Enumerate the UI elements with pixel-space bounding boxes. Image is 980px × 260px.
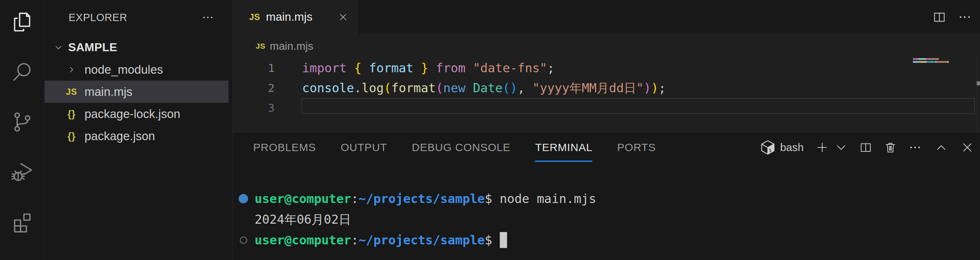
js-file-icon: JS (249, 12, 260, 22)
run-debug-icon (10, 160, 34, 184)
json-badge: {} (65, 108, 78, 120)
tree-item-label: main.mjs (84, 85, 132, 99)
code-line-text: console.log(format(new Date(), "yyyy年MM月… (302, 78, 666, 98)
editor-actions (932, 0, 980, 34)
activity-files-icon[interactable] (9, 9, 35, 35)
section-sample[interactable]: SAMPLE (45, 36, 232, 59)
terminal-line-text: 2024年06月02日 (255, 212, 351, 227)
tree-item-main.mjs[interactable]: JSmain.mjs (45, 81, 229, 103)
chevron-down-icon (54, 43, 63, 52)
tab-label: main.mjs (266, 10, 312, 24)
more-icon[interactable] (958, 10, 972, 24)
command-decoration-success[interactable] (239, 194, 248, 203)
activity-extensions-icon[interactable] (9, 209, 35, 235)
command-decoration-pending[interactable] (240, 236, 247, 244)
tab-main-mjs[interactable]: JS main.mjs (233, 0, 358, 34)
terminal-line: user@computer:~/projects/sample$ (233, 230, 980, 250)
activity-search-icon[interactable] (9, 59, 35, 85)
js-badge: JS (65, 87, 78, 97)
line-number: 2 (233, 78, 275, 98)
vscode-window: EXPLORER SAMPLE node_modulesJSmain.mjs{}… (0, 0, 980, 260)
terminal-line: 2024年06月02日 (233, 209, 980, 230)
code-line-2: 2console.log(format(new Date(), "yyyy年MM… (233, 78, 980, 98)
sidebar-explorer: EXPLORER SAMPLE node_modulesJSmain.mjs{}… (45, 0, 233, 260)
tree-item-node_modules[interactable]: node_modules (45, 59, 229, 81)
breadcrumb[interactable]: JS main.mjs (233, 34, 980, 58)
tab-bar: JS main.mjs (233, 0, 980, 34)
search-icon (10, 60, 34, 84)
tree-item-label: package.json (84, 129, 155, 143)
code-line-3: 3 (233, 98, 980, 118)
files-icon (10, 10, 34, 34)
sidebar-title: EXPLORER (68, 12, 201, 24)
section-label: SAMPLE (68, 41, 117, 54)
json-badge: {} (65, 130, 78, 142)
tree-item-label: package-lock.json (84, 107, 180, 121)
code-line-1: 1import { format } from "date-fns"; (233, 58, 980, 78)
terminal-cursor (500, 232, 507, 248)
extensions-icon (10, 210, 34, 234)
file-tree: node_modulesJSmain.mjs{}package-lock.jso… (45, 59, 232, 147)
ellipsis-icon[interactable] (201, 11, 214, 24)
line-number: 3 (233, 98, 275, 118)
activity-bar (0, 0, 45, 260)
js-file-icon: JS (256, 42, 266, 51)
source-control-icon (10, 110, 34, 134)
tree-item-package-lock.json[interactable]: {}package-lock.json (45, 103, 229, 125)
code-line-text: import { format } from "date-fns"; (302, 58, 555, 78)
activity-run-debug-icon[interactable] (9, 159, 35, 185)
tree-item-package.json[interactable]: {}package.json (45, 125, 229, 147)
terminal[interactable]: user@computer:~/projects/sample$ node ma… (233, 132, 980, 260)
sidebar-header: EXPLORER (45, 0, 232, 35)
editor-group: JS main.mjs JS main.mjs 1import { format… (233, 0, 980, 260)
line-number: 1 (233, 58, 275, 78)
code-editor[interactable]: 1import { format } from "date-fns";2cons… (233, 58, 980, 132)
close-icon[interactable] (338, 12, 348, 22)
bottom-panel: PROBLEMSOUTPUTDEBUG CONSOLETERMINALPORTS… (233, 132, 980, 260)
breadcrumb-label: main.mjs (270, 40, 313, 52)
split-editor-icon[interactable] (932, 10, 947, 24)
chevron-right-icon (65, 65, 78, 74)
activity-source-control-icon[interactable] (9, 109, 35, 135)
terminal-line-text: user@computer:~/projects/sample$ node ma… (255, 191, 596, 206)
terminal-line-text: user@computer:~/projects/sample$ (255, 233, 507, 247)
tree-item-label: node_modules (84, 63, 163, 77)
terminal-line: user@computer:~/projects/sample$ node ma… (233, 188, 980, 209)
